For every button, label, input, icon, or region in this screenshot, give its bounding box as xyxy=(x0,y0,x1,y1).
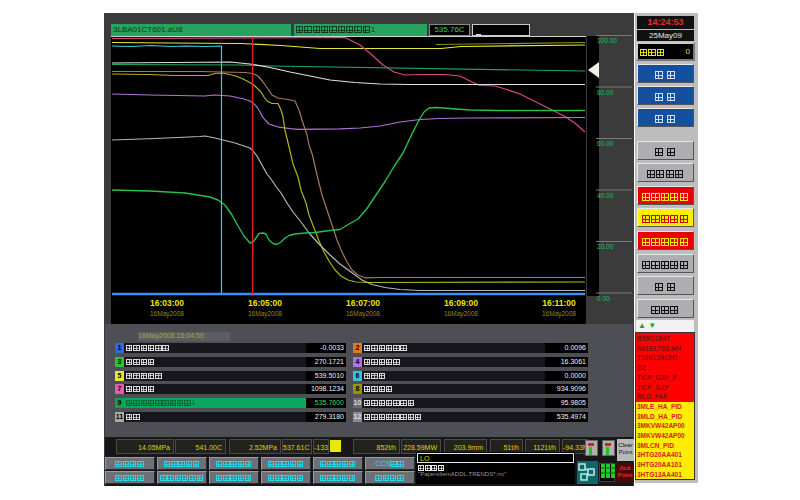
svg-text:80.00: 80.00 xyxy=(597,89,614,96)
svg-text:16:07:00: 16:07:00 xyxy=(346,298,380,308)
svg-text:20.00: 20.00 xyxy=(597,243,614,250)
svg-text:40.00: 40.00 xyxy=(597,192,614,199)
svg-text:16:05:00: 16:05:00 xyxy=(248,298,282,308)
svg-text:100.00: 100.00 xyxy=(597,37,617,44)
svg-text:16May2008: 16May2008 xyxy=(248,310,282,318)
svg-text:16May2008: 16May2008 xyxy=(444,310,478,318)
svg-text:60.00: 60.00 xyxy=(597,140,614,147)
svg-text:16May2008: 16May2008 xyxy=(542,310,576,318)
svg-text:16:03:00: 16:03:00 xyxy=(150,298,184,308)
svg-text:16May2008: 16May2008 xyxy=(346,310,380,318)
svg-text:16May2008: 16May2008 xyxy=(150,310,184,318)
svg-text:0.00: 0.00 xyxy=(597,295,610,302)
svg-text:16:11:00: 16:11:00 xyxy=(542,298,576,308)
svg-text:16:09:00: 16:09:00 xyxy=(444,298,478,308)
